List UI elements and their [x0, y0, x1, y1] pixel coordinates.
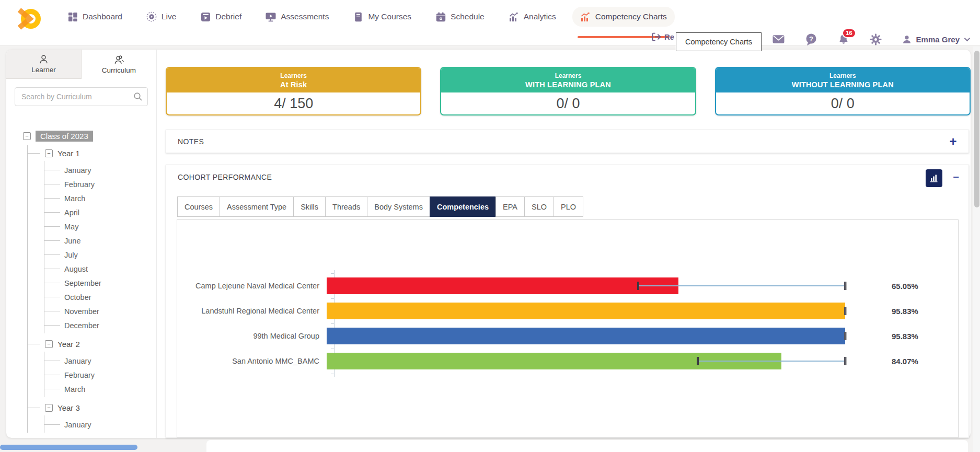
stat-card-with-learning-plan[interactable]: Learners WITH LEARNING PLAN 0/ 0 [440, 67, 696, 115]
cohort-collapse-button[interactable]: − [953, 172, 959, 182]
user-menu[interactable]: Emma Grey [902, 34, 969, 44]
chart-row-san-antonio-mmc-bamc: San Antonio MMC_BAMC84.07% [177, 349, 958, 374]
tree-node-june[interactable]: June [44, 234, 156, 248]
cohort-chart: Camp Lejeune Naval Medical Center65.05%L… [177, 219, 959, 438]
chart-value-label: 65.05% [892, 282, 918, 291]
tree-children: JanuaryFebruaryMarch [44, 352, 156, 397]
whisker-end-cap [844, 357, 847, 365]
tree-node-january[interactable]: January [44, 354, 156, 368]
tree-connector [44, 389, 60, 389]
tab-body-systems[interactable]: Body Systems [367, 196, 430, 217]
nav-item-my-courses[interactable]: My Courses [345, 7, 419, 27]
tree-connector [28, 153, 40, 154]
collapse-expander-icon[interactable]: − [23, 132, 31, 140]
tab-learner-label: Learner [31, 66, 56, 74]
collapse-expander-icon[interactable]: − [45, 404, 53, 412]
reports-link[interactable]: Re [651, 32, 674, 42]
tree-node-year-2[interactable]: −Year 2 [28, 336, 156, 352]
whisker-start-tick [697, 357, 699, 365]
tree-node-january[interactable]: January [44, 418, 156, 432]
tree-node-february[interactable]: February [44, 177, 156, 191]
tree-node-february[interactable]: February [44, 368, 156, 382]
tree-node-label: February [64, 180, 95, 189]
stat-card-without-learning-plan[interactable]: Learners WITHOUT LEARNING PLAN 0/ 0 [715, 67, 971, 115]
tab-assessment-type[interactable]: Assessment Type [220, 196, 294, 217]
tab-learner[interactable]: Learner [6, 50, 82, 79]
tree-node-december[interactable]: December [44, 318, 156, 332]
nav-item-label: Competency Charts [595, 12, 667, 21]
assessments-icon [266, 11, 276, 22]
vertical-scrollbar-thumb[interactable] [974, 51, 979, 207]
reports-link-label: Re [664, 32, 674, 41]
tree-node-september[interactable]: September [44, 276, 156, 290]
tab-threads[interactable]: Threads [325, 196, 367, 217]
nav-item-assessments[interactable]: Assessments [258, 7, 337, 27]
help-icon[interactable]: ? [805, 33, 817, 45]
stat-card-at-risk[interactable]: Learners At Risk 4/ 150 [166, 67, 421, 115]
cohort-performance-panel: COHORT PERFORMANCE − CoursesAssessment T… [166, 165, 969, 438]
tree-node-march[interactable]: March [44, 191, 156, 205]
tree-node-label: January [64, 357, 91, 365]
tree-node-july[interactable]: July [44, 248, 156, 262]
chart-bar[interactable] [327, 303, 845, 319]
collapse-expander-icon[interactable]: − [45, 149, 53, 157]
chart-track [327, 353, 868, 369]
nav-item-live[interactable]: Live [139, 7, 184, 27]
tree-node-label: October [64, 293, 91, 302]
tab-curriculum[interactable]: Curriculum [82, 50, 156, 79]
tree-node-march[interactable]: March [44, 382, 156, 396]
my-courses-icon [353, 11, 363, 22]
nav-item-competency-charts[interactable]: Competency Charts [572, 7, 675, 27]
search-input[interactable] [15, 87, 148, 106]
nav-item-label: Debrief [215, 12, 241, 21]
nav-item-label: Analytics [524, 12, 556, 21]
chart-bar[interactable] [327, 328, 845, 344]
tab-epa[interactable]: EPA [495, 196, 525, 217]
tree-node-label: June [64, 237, 80, 245]
tree-node-november[interactable]: November [44, 304, 156, 318]
next-panel-edge [206, 440, 968, 452]
horizontal-scrollbar-thumb[interactable] [0, 445, 137, 450]
search-icon [133, 92, 143, 101]
vertical-scrollbar[interactable] [973, 47, 980, 452]
cohort-header: COHORT PERFORMANCE [166, 165, 969, 189]
stat-card-line1: Learners [555, 72, 582, 79]
tree-node-label: May [64, 223, 78, 231]
tree-node-class-of-2023[interactable]: −Class of 2023 [23, 129, 156, 143]
notes-add-button[interactable]: + [950, 135, 957, 148]
tab-courses[interactable]: Courses [177, 196, 220, 217]
mail-icon[interactable] [773, 33, 785, 45]
nav-item-label: Assessments [281, 12, 329, 21]
nav-item-label: My Courses [368, 12, 411, 21]
tab-slo[interactable]: SLO [524, 196, 554, 217]
nav-item-schedule[interactable]: Schedule [428, 7, 492, 27]
tree-node-label: December [64, 321, 99, 330]
tree-connector [44, 240, 60, 241]
tree-node-january[interactable]: January [44, 163, 156, 177]
whisker-end-cap [844, 332, 847, 340]
settings-gear-icon[interactable] [870, 33, 882, 45]
tree-node-year-3[interactable]: −Year 3 [28, 400, 156, 415]
tree-node-april[interactable]: April [44, 205, 156, 219]
tree-node-august[interactable]: August [44, 262, 156, 276]
chart-type-button[interactable] [926, 169, 942, 187]
tree-node-may[interactable]: May [44, 219, 156, 234]
nav-item-dashboard[interactable]: Dashboard [60, 7, 130, 27]
nav-item-analytics[interactable]: Analytics [501, 7, 564, 27]
tab-plo[interactable]: PLO [554, 196, 583, 217]
sidebar-tabs: Learner Curriculum [6, 50, 156, 79]
tree-node-label: July [64, 251, 78, 259]
tab-skills[interactable]: Skills [293, 196, 326, 217]
chart-rows: Camp Lejeune Naval Medical Center65.05%L… [177, 273, 958, 374]
collapse-expander-icon[interactable]: − [45, 340, 53, 348]
chart-bar[interactable] [327, 277, 678, 294]
tree-node-year-1[interactable]: −Year 1 [28, 145, 156, 161]
tree-node-october[interactable]: October [44, 290, 156, 304]
nav-item-debrief[interactable]: Debrief [192, 7, 249, 27]
notifications-bell-icon[interactable]: 16 [837, 33, 850, 45]
chart-row-camp-lejeune-naval-medical-center: Camp Lejeune Naval Medical Center65.05% [177, 273, 958, 298]
tree-node-label: February [64, 371, 95, 379]
tab-competencies[interactable]: Competencies [430, 196, 496, 217]
whisker-end-cap [844, 282, 847, 290]
notes-panel: NOTES + [166, 130, 969, 153]
